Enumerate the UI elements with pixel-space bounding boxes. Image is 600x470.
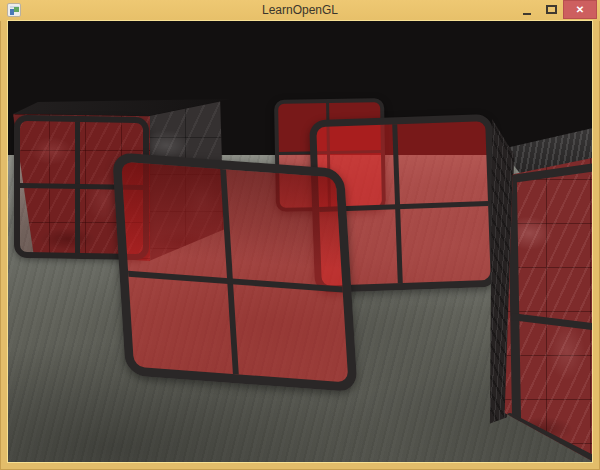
window-crossbar-vertical	[220, 169, 239, 374]
maximize-icon	[546, 5, 557, 14]
window-crossbar-horizontal	[128, 270, 343, 292]
close-icon: ✕	[563, 0, 597, 19]
gl-viewport[interactable]	[8, 21, 592, 462]
close-button[interactable]: ✕	[563, 0, 597, 19]
window-on-right-cube-crossbar	[511, 313, 592, 331]
titlebar[interactable]: LearnOpenGL ✕	[0, 0, 600, 21]
window-front	[112, 152, 358, 392]
marble-cube-right-front-face	[502, 135, 592, 462]
app-window: LearnOpenGL ✕	[0, 0, 600, 470]
minimize-button[interactable]	[517, 0, 540, 21]
minimize-icon	[523, 13, 531, 15]
maximize-button[interactable]	[541, 0, 563, 21]
window-title: LearnOpenGL	[0, 0, 600, 21]
